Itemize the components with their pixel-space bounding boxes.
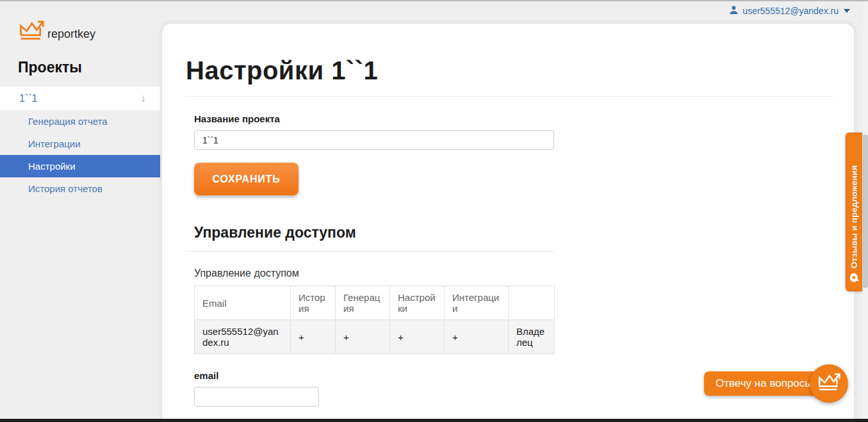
- feedback-tab[interactable]: Отзывы и предложения: [846, 133, 862, 291]
- user-icon: [729, 5, 739, 17]
- cell-generation-access: +: [336, 320, 390, 354]
- cell-settings-access: +: [390, 320, 445, 354]
- page-title: Настройки 1``1: [186, 56, 831, 85]
- project-row[interactable]: 1``1 ↓: [0, 86, 160, 110]
- table-row: user555512@yandex.ru + + + + Владелец: [195, 320, 555, 354]
- cell-history-access: +: [291, 320, 336, 354]
- sidebar-item-label: Интеграции: [28, 138, 81, 149]
- access-divider: [186, 251, 554, 252]
- cell-user-email: user555512@yandex.ru: [195, 320, 291, 354]
- bottom-edge-bar: [0, 419, 868, 422]
- cell-integrations-access: +: [445, 320, 509, 354]
- brand-name: reportkey: [47, 22, 95, 45]
- user-menu[interactable]: user555512@yandex.ru: [729, 5, 850, 17]
- user-email: user555512@yandex.ru: [742, 6, 839, 16]
- title-divider: [186, 96, 833, 97]
- column-header-generation: Генерация: [336, 286, 390, 320]
- sidebar-item-settings[interactable]: Настройки: [0, 155, 160, 177]
- brand-logo[interactable]: reportkey: [18, 19, 95, 45]
- sidebar-item-label: Настройки: [28, 161, 76, 172]
- vertical-scrollbar[interactable]: [863, 1, 868, 419]
- project-name-input[interactable]: [194, 130, 554, 150]
- cell-role: Владелец: [509, 320, 555, 354]
- projects-heading: Проекты: [18, 59, 82, 76]
- sidebar-item-integrations[interactable]: Интеграции: [0, 133, 160, 155]
- answer-questions-button[interactable]: Отвечу на вопросы: [704, 371, 824, 396]
- sidebar-item-label: История отчетов: [28, 183, 102, 194]
- sidebar-menu: Генерация отчета Интеграции Настройки Ис…: [0, 110, 160, 200]
- project-name-label: Название проекта: [194, 113, 831, 124]
- feedback-bubble-icon: [849, 273, 860, 285]
- column-header-email: Email: [195, 286, 291, 320]
- crown-chat-icon: [817, 372, 841, 396]
- collapse-arrow-icon[interactable]: ↓: [141, 92, 147, 105]
- column-header-history: История: [291, 286, 336, 320]
- column-header-role: [509, 286, 555, 320]
- access-table: Email История Генерация Настройки Интегр…: [194, 286, 555, 354]
- sidebar: reportkey Проекты 1``1 ↓ Генерация отчет…: [0, 1, 160, 422]
- crown-logo-icon: [18, 19, 45, 45]
- sidebar-item-report-history[interactable]: История отчетов: [0, 177, 160, 200]
- column-header-integrations: Интеграции: [445, 286, 509, 320]
- email-input[interactable]: [194, 387, 319, 407]
- feedback-tab-label: Отзывы и предложения: [849, 165, 859, 268]
- chevron-down-icon: [844, 9, 850, 13]
- table-header-row: Email История Генерация Настройки Интегр…: [195, 286, 555, 320]
- column-header-settings: Настройки: [390, 286, 445, 320]
- sidebar-item-label: Генерация отчета: [28, 116, 108, 127]
- window-top-border: [0, 0, 868, 1]
- chat-fab-button[interactable]: [810, 364, 848, 403]
- main-content-card: Настройки 1``1 Название проекта СОХРАНИТ…: [162, 24, 854, 422]
- access-section-heading: Управление доступом: [194, 224, 831, 241]
- sidebar-item-report-generation[interactable]: Генерация отчета: [0, 110, 160, 133]
- scrollbar-thumb[interactable]: [863, 134, 868, 288]
- project-name: 1``1: [19, 93, 37, 104]
- save-button[interactable]: СОХРАНИТЬ: [194, 163, 299, 195]
- access-table-label: Управление доступом: [194, 268, 831, 279]
